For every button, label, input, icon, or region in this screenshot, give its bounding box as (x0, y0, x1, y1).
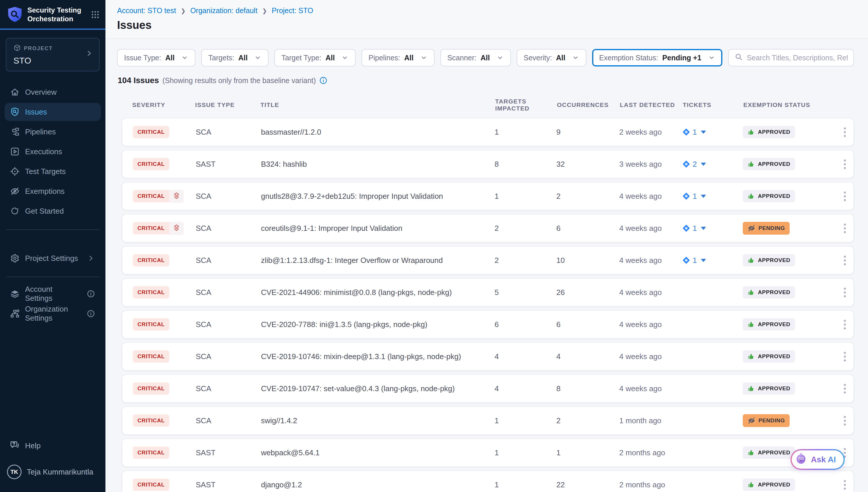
info-icon[interactable] (319, 76, 327, 84)
ask-ai-button[interactable]: Ask AI (791, 449, 845, 470)
issue-type-cell: SCA (196, 288, 261, 297)
sidebar-bottom: Help TK Teja Kummarikuntla (0, 435, 105, 492)
help-button[interactable]: Help (0, 435, 105, 457)
row-menu-button[interactable] (836, 125, 853, 139)
occurrences-cell: 6 (556, 224, 619, 233)
breadcrumb-link[interactable]: Account: STO test (117, 6, 176, 15)
sidebar-item-pipelines[interactable]: Pipelines (5, 123, 101, 141)
sidebar-item-test-targets[interactable]: Test Targets (5, 162, 101, 180)
row-menu-button[interactable] (836, 382, 853, 396)
sidebar-item-label: Get Started (25, 207, 64, 216)
ask-ai-label: Ask AI (811, 455, 836, 464)
search-input[interactable] (747, 54, 848, 62)
targets-impacted-cell: 1 (495, 192, 556, 201)
issue-type-cell: SCA (196, 320, 261, 329)
ticket-dropdown[interactable]: 1 (682, 224, 743, 233)
targets-impacted-cell: 5 (495, 288, 556, 297)
last-detected-cell: 4 weeks ago (619, 384, 682, 393)
sidebar-item-exemptions[interactable]: Exemptions (5, 182, 101, 200)
row-menu-button[interactable] (836, 414, 853, 428)
severity-badge: CRITICAL (133, 126, 169, 138)
project-selector[interactable]: PROJECT STO (6, 38, 100, 71)
filter-exemption-status[interactable]: Exemption Status: Pending +1 (592, 49, 722, 67)
issue-row[interactable]: CRITICALSCAcoreutils@9.1-1: Improper Inp… (122, 214, 854, 243)
row-menu-button[interactable] (836, 317, 853, 332)
breadcrumb-link[interactable]: Organization: default (190, 6, 258, 15)
ticket-dropdown[interactable]: 1 (682, 256, 743, 265)
sidebar-item-project-settings[interactable]: Project Settings (5, 249, 101, 267)
sidebar-item-executions[interactable]: Executions (5, 143, 101, 161)
filter-label: Issue Type: (124, 54, 161, 62)
issue-row[interactable]: CRITICALSCAbassmaster//1.2.0192 weeks ag… (122, 118, 854, 146)
issue-title-cell: B324: hashlib (261, 160, 495, 169)
chevron-down-icon (420, 54, 428, 62)
search-box[interactable] (728, 49, 854, 67)
ticket-dropdown[interactable]: 1 (682, 192, 743, 201)
filter-value: All (556, 54, 565, 62)
grid-icon[interactable] (91, 10, 100, 19)
targets-impacted-cell: 4 (495, 384, 556, 393)
row-menu-button[interactable] (836, 253, 853, 268)
row-menu-button[interactable] (836, 189, 853, 203)
issue-row[interactable]: CRITICALSCACVE-2021-44906: minimist@0.0.… (122, 278, 854, 306)
issue-row[interactable]: CRITICALSCAgnutls28@3.7.9-2+deb12u5: Imp… (122, 182, 854, 211)
user-menu[interactable]: TK Teja Kummarikuntla (0, 457, 105, 485)
filter-target-type[interactable]: Target Type: All (274, 49, 356, 67)
ticket-count: 1 (693, 256, 697, 265)
sidebar-item-label: Test Targets (25, 167, 66, 176)
breadcrumb-separator-icon: ❯ (181, 7, 186, 14)
status-badge: APPROVED (743, 350, 795, 363)
severity-badge: CRITICAL (133, 222, 169, 234)
sidebar-item-organization-settings[interactable]: Organization Settings (5, 304, 101, 323)
status-badge: APPROVED (743, 478, 795, 491)
row-menu-button[interactable] (836, 221, 853, 236)
thumbs-up-icon (747, 321, 755, 328)
column-header-title: TITLE (260, 101, 495, 108)
filter-targets[interactable]: Targets: All (201, 49, 268, 67)
severity-cell: CRITICAL (133, 446, 196, 459)
issue-title-cell: django@1.2 (261, 480, 495, 489)
issue-row[interactable]: CRITICALSASTB324: hashlib8323 weeks ago2… (122, 150, 854, 178)
filter-scanner[interactable]: Scanner: All (440, 49, 511, 67)
occurrences-cell: 22 (556, 480, 619, 489)
row-menu-button[interactable] (836, 285, 853, 300)
filter-severity[interactable]: Severity: All (517, 49, 586, 67)
status-label: APPROVED (758, 482, 790, 488)
sidebar-item-issues[interactable]: Issues (5, 103, 101, 121)
ticket-dropdown[interactable]: 1 (682, 128, 743, 137)
issue-row[interactable]: CRITICALSCACVE-2019-10747: set-value@0.4… (122, 374, 854, 403)
issue-row[interactable]: CRITICALSASTdjango@1.21222 months agoAPP… (122, 470, 854, 492)
avatar: TK (7, 465, 22, 479)
eye-slash-badge-icon (747, 417, 756, 425)
issue-row[interactable]: CRITICALSCAzlib@1:1.2.13.dfsg-1: Integer… (122, 246, 854, 275)
help-label: Help (25, 441, 41, 450)
filter-label: Targets: (208, 54, 234, 62)
severity-cell: CRITICAL (133, 158, 196, 170)
filter-pipelines[interactable]: Pipelines: All (362, 49, 434, 67)
breadcrumb-separator-icon: ❯ (262, 7, 267, 14)
ticket-dropdown[interactable]: 2 (682, 160, 743, 169)
sidebar-item-overview[interactable]: Overview (5, 83, 101, 101)
row-menu-button[interactable] (836, 349, 853, 364)
issue-row[interactable]: CRITICALSCAswig//1.4.2121 month agoPENDI… (122, 406, 854, 435)
severity-cell: CRITICAL (133, 318, 196, 330)
exemption-status-cell: APPROVED (743, 126, 836, 138)
thumbs-up-icon (747, 385, 755, 392)
row-menu-button[interactable] (836, 157, 853, 171)
issue-row[interactable]: CRITICALSCACVE-2019-10746: mixin-deep@1.… (122, 342, 854, 371)
exemption-status-cell: APPROVED (743, 478, 836, 491)
filter-value: Pending +1 (662, 54, 702, 62)
sidebar-item-get-started[interactable]: Get Started (5, 202, 101, 220)
row-menu-button[interactable] (836, 478, 853, 492)
filter-label: Scanner: (447, 54, 476, 62)
status-label: APPROVED (758, 161, 790, 167)
targets-impacted-cell: 2 (495, 224, 556, 233)
filter-issue-type[interactable]: Issue Type: All (117, 49, 195, 67)
issue-row[interactable]: CRITICALSASTwebpack@5.64.1112 months ago… (122, 438, 854, 467)
sidebar-item-account-settings[interactable]: Account Settings (5, 285, 101, 303)
tickets-cell: 2 (682, 160, 743, 169)
breadcrumb-link[interactable]: Project: STO (272, 6, 313, 15)
table-header: SEVERITYISSUE TYPETITLETARGETS IMPACTEDO… (122, 98, 854, 112)
status-badge: APPROVED (743, 158, 795, 170)
issue-row[interactable]: CRITICALSCACVE-2020-7788: ini@1.3.5 (lan… (122, 310, 854, 339)
